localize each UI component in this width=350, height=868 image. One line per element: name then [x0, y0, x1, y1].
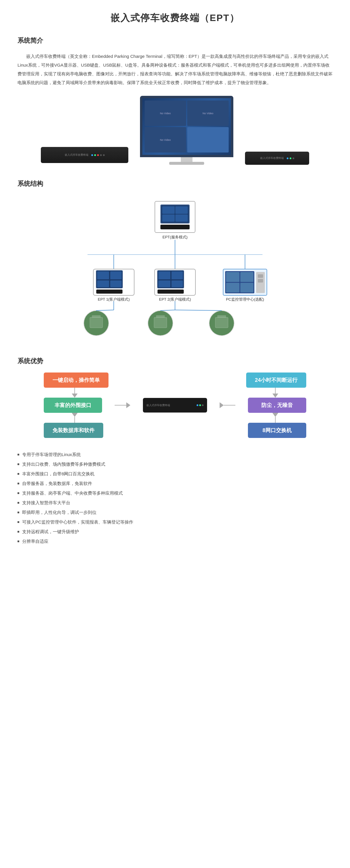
monitor-mockup: No Video No Video No Video [140, 96, 233, 165]
dot-small-green [290, 157, 291, 159]
structure-section: 系统结构 EPT(服务模式) [18, 179, 332, 342]
bullet-6 [18, 512, 19, 513]
monitor-neck [181, 157, 193, 162]
pill-one-click: 一键启动，操作简单 [44, 372, 108, 388]
svg-line-49 [161, 310, 175, 311]
pill-24h: 24小时不间断运行 [246, 372, 306, 388]
svg-rect-28 [258, 279, 263, 282]
v-line-tl [74, 388, 75, 394]
bullet-5 [18, 502, 19, 504]
svg-line-47 [96, 310, 114, 311]
pill-switch: 8网口交换机 [248, 423, 306, 438]
feature-text-5: 支持接入智慧停车大平台 [22, 498, 70, 507]
screen-panel-3: No Video [145, 127, 186, 153]
device-small: 嵌入式停车收费终端 [245, 152, 309, 165]
adv-bottom-row: 免装数据库和软件 8网口交换机 [44, 423, 306, 438]
feature-text-2: 丰富外围接口，自带8网口百兆交换机 [22, 469, 95, 478]
feature-text-9: 分辨率自适应 [22, 536, 48, 546]
svg-rect-6 [97, 271, 109, 279]
dot-small-blue [287, 157, 288, 159]
dot-gray1 [100, 154, 102, 156]
pill-interfaces: 丰富的外围接口 [44, 398, 102, 413]
center-dot-green [199, 404, 201, 406]
feature-text-7: 可接入PC监控管理中心软件，实现报表、车辆登记等操作 [22, 517, 133, 527]
svg-rect-45 [217, 315, 226, 317]
svg-rect-25 [240, 283, 253, 292]
dot-red [97, 154, 99, 156]
bullet-8 [18, 531, 19, 533]
svg-text:PC监控管理中心(选配): PC监控管理中心(选配) [226, 297, 264, 302]
svg-rect-23 [240, 272, 253, 282]
feature-text-6: 即插即用，人性化向导，调试一步到位 [22, 507, 97, 517]
adv-center-device: 嵌入式停车收费终端 [143, 398, 207, 412]
bullet-0 [18, 454, 19, 456]
feature-text-3: 自带服务器，免装数据库，免装软件 [22, 478, 92, 488]
screen-label-3: No Video [160, 138, 171, 142]
feature-text-0: 专用于停车场管理的Linux系统 [22, 450, 81, 459]
structure-svg: EPT 1(客户端模式) EPT 2(客户端模式) [58, 254, 292, 336]
adv-top-row: 一键启动，操作简单 24小时不间断运行 [44, 372, 306, 388]
feature-text-1: 支持出口收费、场内预缴费等多种缴费模式 [22, 459, 105, 469]
dot-small-gray [292, 157, 294, 159]
arrow-from-device-right [220, 402, 235, 408]
arrow-right-icon [126, 402, 130, 408]
mini-panel-3 [162, 214, 175, 222]
arrow-down-right [272, 388, 278, 398]
root-label: EPT(服务模式) [163, 235, 187, 240]
intro-section: 系统简介 嵌入式停车收费终端（英文全称：Embedded Parking Cha… [18, 36, 332, 165]
feature-item-9: 分辨率自适应 [18, 536, 332, 546]
feature-item-0: 专用于停车场管理的Linux系统 [18, 450, 332, 459]
v-line-br [275, 417, 276, 423]
svg-rect-10 [96, 289, 123, 293]
root-node: EPT(服务模式) [154, 201, 196, 240]
monitor-base [169, 162, 204, 165]
svg-rect-18 [158, 289, 184, 293]
screen-panel-1: No Video [145, 100, 186, 126]
feature-text-8: 支持远程调试，一键升级维护 [22, 527, 79, 536]
v-line-bl [74, 417, 75, 423]
arrow-down-icon-right [272, 394, 278, 398]
device-logo: 嵌入式停车收费终端 [65, 153, 89, 157]
main-title: 嵌入式停车收费终端（EPT） [18, 12, 332, 25]
feature-item-8: 支持远程调试，一键升级维护 [18, 527, 332, 536]
svg-rect-34 [90, 317, 103, 328]
bullet-4 [18, 492, 19, 494]
svg-rect-27 [258, 274, 263, 278]
arrow-up-left [72, 413, 78, 423]
bullet-9 [18, 540, 19, 542]
screen-label-2: No Video [203, 112, 213, 115]
arrow-to-device-left [115, 402, 130, 408]
feature-item-5: 支持接入智慧停车大平台 [18, 498, 332, 507]
intro-text: 嵌入式停车收费终端（英文全称：Embedded Parking Charge T… [18, 52, 332, 87]
svg-text:EPT 2(客户端模式): EPT 2(客户端模式) [159, 297, 191, 302]
feature-item-3: 自带服务器，免装数据库，免装软件 [18, 478, 332, 488]
monitor-screen-inner: No Video No Video No Video [142, 98, 231, 155]
arrow-down-br [272, 413, 278, 417]
arrow-down-left [72, 388, 78, 398]
svg-rect-39 [154, 317, 167, 328]
structure-diagram: EPT(服务模式) [18, 195, 332, 342]
device-dots [91, 154, 105, 156]
feature-item-1: 支持出口收费、场内预缴费等多种缴费模式 [18, 459, 332, 469]
intro-title: 系统简介 [18, 36, 332, 46]
mini-panel-2 [175, 206, 188, 214]
svg-rect-24 [226, 283, 240, 292]
advantages-title: 系统优势 [18, 357, 332, 367]
adv-bottom-arrows [44, 413, 306, 423]
svg-rect-44 [215, 317, 228, 328]
v-line-tr [275, 388, 276, 394]
svg-rect-15 [172, 271, 183, 279]
svg-rect-7 [110, 271, 121, 279]
device-center-dots [197, 404, 204, 406]
svg-line-50 [175, 310, 222, 311]
svg-rect-16 [159, 280, 170, 287]
svg-rect-40 [156, 315, 165, 317]
svg-text:车牌识别一体机2: 车牌识别一体机2 [147, 336, 174, 336]
h-line-right [224, 405, 235, 405]
ept-screen [161, 205, 189, 223]
mini-panel-4 [175, 214, 188, 222]
ept-device-bar [161, 225, 189, 229]
feature-list: 专用于停车场管理的Linux系统 支持出口收费、场内预缴费等多种缴费模式 丰富外… [18, 450, 332, 546]
adv-top-arrows [44, 388, 306, 398]
bullet-1 [18, 463, 19, 465]
